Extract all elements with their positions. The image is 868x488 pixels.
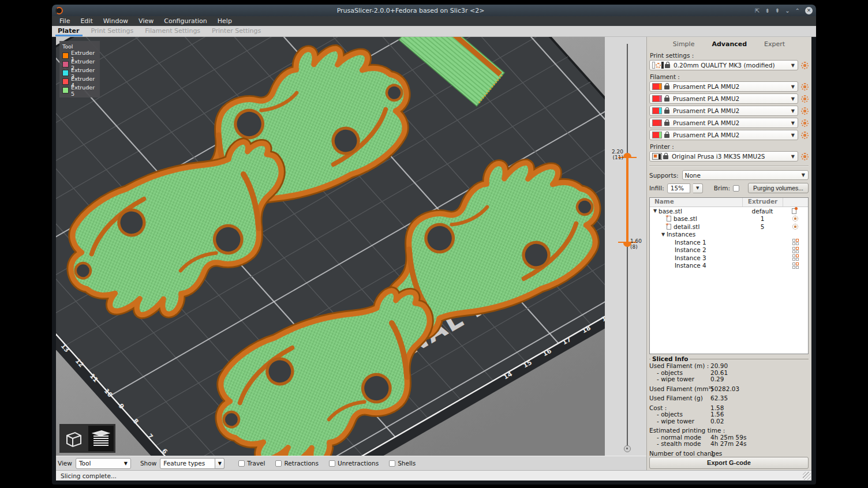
brim-label: Brim: xyxy=(714,185,730,192)
edit-object-icon[interactable] xyxy=(792,208,796,214)
lower-icon[interactable]: ⇟ xyxy=(765,7,769,14)
lock-icon xyxy=(664,97,669,102)
maximize-icon[interactable]: ⌃ xyxy=(795,7,800,14)
infill-spin-button[interactable]: ▼ xyxy=(693,183,703,193)
filament-gear-button-3[interactable] xyxy=(801,107,809,115)
printer-settings-gear-button[interactable] xyxy=(801,153,809,160)
plater-3d-viewport[interactable]: ORIGINAL PRUSA 131211109876141516171819 … xyxy=(56,37,605,456)
infill-label: Infill: xyxy=(649,185,664,192)
print-settings-label: Print settings : xyxy=(650,52,809,59)
window-controls: ⇱⇟⇞⌄⌃✕ xyxy=(755,7,813,14)
infill-value[interactable]: 15% xyxy=(667,183,690,193)
filament-select-1[interactable]: Prusament PLA MMU2▼ xyxy=(649,81,798,92)
export-gcode-button[interactable]: Export G-code xyxy=(649,457,809,469)
settings-sidebar: SimpleAdvancedExpert Print settings : 0.… xyxy=(646,37,811,470)
tree-row-base-stl[interactable]: base.stl1 xyxy=(650,215,808,223)
object-name: Instance 3 xyxy=(675,254,706,261)
instance-grid-icon[interactable] xyxy=(792,254,799,261)
filament-select-5[interactable]: Prusament PLA MMU2▼ xyxy=(649,130,798,140)
instance-grid-icon[interactable] xyxy=(792,247,799,253)
layers-view-button[interactable] xyxy=(88,426,114,451)
filament-gear-button-2[interactable] xyxy=(801,95,809,103)
tab-printer-settings[interactable]: Printer Settings xyxy=(208,27,269,36)
brim-checkbox[interactable] xyxy=(733,185,739,192)
tree-row-instance-3[interactable]: Instance 3 xyxy=(650,254,808,262)
object-settings-gear-icon[interactable] xyxy=(792,224,798,230)
tab-bar: PlaterPrint SettingsFilament SettingsPri… xyxy=(52,26,816,37)
tool-legend-title: Tool xyxy=(62,43,98,50)
lock-icon xyxy=(665,64,670,68)
raise-icon[interactable]: ⇞ xyxy=(775,7,780,14)
chevron-down-icon: ▼ xyxy=(791,84,795,89)
retractions-label: Retractions xyxy=(284,460,319,467)
menu-help[interactable]: Help xyxy=(212,16,237,26)
3d-view-button[interactable] xyxy=(61,426,87,451)
expander-icon[interactable]: ▼ xyxy=(653,208,659,213)
printer-select[interactable]: Original Prusa i3 MK3S MMU2S ▼ xyxy=(649,151,798,162)
supports-select[interactable]: None ▼ xyxy=(682,170,809,180)
filament-gear-button-1[interactable] xyxy=(801,83,809,91)
tab-plater[interactable]: Plater xyxy=(54,27,87,36)
chevron-down-icon: ▼ xyxy=(791,96,795,102)
view-select[interactable]: Tool ▼ xyxy=(76,458,131,469)
tree-row-base-stl[interactable]: ▼base.stldefault xyxy=(650,207,808,215)
tree-row-detail-stl[interactable]: detail.stl5 xyxy=(650,223,808,231)
menu-view[interactable]: View xyxy=(133,16,159,26)
shade-icon[interactable]: ⇱ xyxy=(755,7,760,14)
expander-icon[interactable]: ▼ xyxy=(661,232,667,237)
object-list: Name Extruder ▼base.stldefault base.stl1… xyxy=(649,197,809,354)
mode-tab-advanced[interactable]: Advanced xyxy=(712,40,747,48)
travel-checkbox[interactable] xyxy=(238,460,245,467)
mode-tab-simple[interactable]: Simple xyxy=(673,40,695,48)
resize-grip[interactable] xyxy=(803,472,811,480)
filament-select-4[interactable]: Prusament PLA MMU2▼ xyxy=(649,118,798,128)
instance-grid-icon[interactable] xyxy=(792,239,799,245)
tab-print-settings[interactable]: Print Settings xyxy=(87,27,141,36)
show-select-arrow[interactable]: ▼ xyxy=(215,458,225,469)
layer-slider-range xyxy=(626,156,628,243)
menu-configuration[interactable]: Configuration xyxy=(159,16,212,26)
filament-select-2[interactable]: Prusament PLA MMU2▼ xyxy=(649,93,798,104)
menu-file[interactable]: File xyxy=(54,16,75,26)
sliced-info-row: Used Filament (mm³)50282.03 xyxy=(649,386,809,393)
mode-tab-expert[interactable]: Expert xyxy=(764,40,785,48)
menu-edit[interactable]: Edit xyxy=(75,16,98,26)
supports-label: Supports: xyxy=(649,172,679,179)
filament-gear-button-5[interactable] xyxy=(801,132,809,139)
view-toolbar: View Tool ▼ Show Feature types ▼ TravelR… xyxy=(56,456,646,470)
view-mode-buttons xyxy=(59,424,115,453)
lock-icon xyxy=(664,122,669,126)
window-title: PrusaSlicer-2.0.0+Fedora based on Slic3r… xyxy=(66,7,755,14)
filament-gear-button-4[interactable] xyxy=(801,119,809,127)
tree-row-instance-2[interactable]: Instance 2 xyxy=(650,246,808,254)
filament-color-chip xyxy=(652,83,662,90)
instance-grid-icon[interactable] xyxy=(792,262,799,269)
unretractions-checkbox-row: Unretractions xyxy=(329,460,379,467)
close-icon[interactable]: ✕ xyxy=(805,7,813,14)
printer-label: Printer : xyxy=(650,143,809,150)
tree-row-instances[interactable]: ▼Instances xyxy=(650,231,808,239)
mode-tabs: SimpleAdvancedExpert xyxy=(649,40,809,48)
shells-checkbox[interactable] xyxy=(389,460,395,467)
tree-row-instance-1[interactable]: Instance 1 xyxy=(650,238,808,246)
document-plus-icon xyxy=(667,216,671,222)
lock-icon xyxy=(664,134,669,138)
purging-volumes-button[interactable]: Purging volumes... xyxy=(748,183,809,193)
unretractions-checkbox[interactable] xyxy=(329,460,335,467)
print-settings-gear-button[interactable] xyxy=(801,62,809,69)
filament-select-3[interactable]: Prusament PLA MMU2▼ xyxy=(649,106,798,116)
show-select[interactable]: Feature types xyxy=(160,458,215,469)
minimize-icon[interactable]: ⌄ xyxy=(785,7,790,14)
object-settings-gear-icon[interactable] xyxy=(792,216,798,222)
tab-filament-settings[interactable]: Filament Settings xyxy=(141,27,208,36)
tree-row-instance-4[interactable]: Instance 4 xyxy=(650,262,808,270)
printer-icon xyxy=(652,153,662,160)
object-name: detail.stl xyxy=(674,223,699,230)
layer-lock-icon[interactable] xyxy=(624,445,631,452)
extruder-color-swatch xyxy=(62,70,69,76)
print-settings-select[interactable]: 0.20mm QUALITY MK3 (modified) ▼ xyxy=(649,60,798,70)
retractions-checkbox[interactable] xyxy=(275,460,282,467)
app-window: PrusaSlicer-2.0.0+Fedora based on Slic3r… xyxy=(52,5,816,485)
lower-layer-label: 1.60 (8) xyxy=(630,238,642,250)
menu-window[interactable]: Window xyxy=(98,16,133,26)
